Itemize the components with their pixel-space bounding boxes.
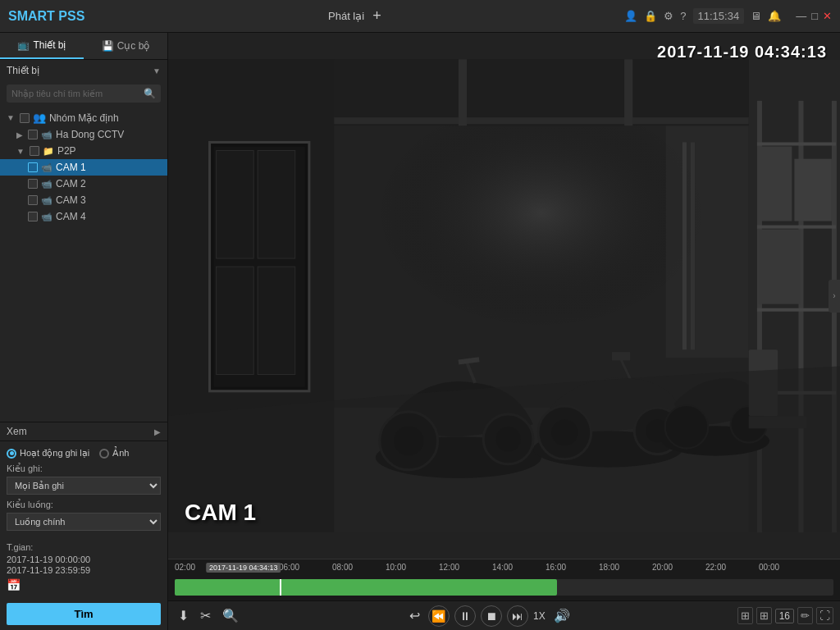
device-icon: 📺 xyxy=(17,39,30,51)
search-box: 🔍 xyxy=(7,84,161,103)
fullscreen-button[interactable]: ⛶ xyxy=(816,607,833,624)
close-button[interactable]: ✕ xyxy=(823,10,832,22)
tab-device[interactable]: 📺 Thiết bị xyxy=(0,33,84,59)
tree-item-cam4[interactable]: 📹 CAM 4 xyxy=(0,208,167,225)
search-icon: 🔍 xyxy=(144,88,156,99)
svg-rect-15 xyxy=(757,226,836,229)
checkbox-cam1[interactable] xyxy=(28,162,38,172)
tree-item-cam1[interactable]: 📹 CAM 1 xyxy=(0,159,167,176)
bell-icon[interactable]: 🔔 xyxy=(768,10,781,22)
grid-1x1-button[interactable]: ⊞ xyxy=(737,607,753,624)
tree-item-hadong[interactable]: ▶ 📹 Ha Dong CCTV xyxy=(0,126,167,143)
group-icon: 👥 xyxy=(33,112,46,124)
content-area: 2017-11-19 04:34:13 CAM 1 › 02:00 04:00 … xyxy=(168,33,840,630)
monitor-icon: 🖥 xyxy=(751,10,761,22)
filter-record-select[interactable]: Mọi Bản ghi xyxy=(7,477,161,495)
cam4-icon: 📹 xyxy=(41,212,52,222)
svg-rect-6 xyxy=(217,151,254,258)
chevron-right-icon: ▶ xyxy=(154,427,161,436)
radio-image[interactable]: Ảnh xyxy=(99,448,129,459)
sidebar-tabs: 📺 Thiết bị 💾 Cục bộ xyxy=(0,33,167,60)
search-button[interactable]: Tìm xyxy=(7,603,161,625)
filter-section: Hoạt động ghi lại Ảnh Kiểu ghi: Mọi Bản … xyxy=(0,441,167,542)
center-controls: ↩ ⏪ ⏸ ⏹ ⏭ 1X 🔊 xyxy=(406,605,573,627)
tl-label-10: 22:00 xyxy=(705,563,726,572)
playback-rate: 1X xyxy=(533,610,546,622)
filter-record-label: Kiểu ghi: xyxy=(7,463,161,474)
expand-icon: ▼ xyxy=(7,113,15,122)
lock-icon[interactable]: 🔒 xyxy=(644,10,657,22)
cam4-label: CAM 4 xyxy=(56,211,86,222)
tab-local-label: Cục bộ xyxy=(117,40,150,52)
xem-label: Xem xyxy=(7,426,27,437)
gear-icon[interactable]: ⚙ xyxy=(664,10,673,22)
device-section-header[interactable]: Thiết bị ▼ xyxy=(0,60,167,81)
timeline-container: 02:00 04:00 06:00 08:00 10:00 12:00 14:0… xyxy=(168,559,840,600)
radio-image-label: Ảnh xyxy=(112,448,129,459)
camera-feed: 2017-11-19 04:34:13 CAM 1 › xyxy=(168,33,840,559)
grid-controls: ⊞ ⊞ 16 ✏ ⛶ xyxy=(737,607,833,624)
next-frame-button[interactable]: ⏭ xyxy=(507,605,528,627)
svg-rect-8 xyxy=(217,267,254,374)
checkbox-p2p[interactable] xyxy=(30,146,39,156)
cam-timestamp: 2017-11-19 04:34:13 xyxy=(657,43,827,62)
svg-rect-7 xyxy=(258,151,295,258)
grid-number: 16 xyxy=(775,609,794,623)
p2p-icon: 📁 xyxy=(43,146,54,157)
help-icon[interactable]: ? xyxy=(680,10,686,22)
checkbox-cam4[interactable] xyxy=(28,212,38,221)
time-start: 2017-11-19 00:00:00 xyxy=(7,555,161,564)
user-icon[interactable]: 👤 xyxy=(624,10,637,22)
checkbox-hadong[interactable] xyxy=(28,130,38,139)
tab-playback[interactable]: Phát lại xyxy=(328,10,364,22)
search-record-button[interactable]: 🔍 xyxy=(219,606,242,625)
tl-label-7: 16:00 xyxy=(546,563,566,572)
pause-button[interactable]: ⏸ xyxy=(454,605,476,627)
tl-label-11: 00:00 xyxy=(759,563,779,572)
tree-item-cam3[interactable]: 📹 CAM 3 xyxy=(0,192,167,208)
maximize-button[interactable]: □ xyxy=(811,10,818,22)
tree-item-cam2[interactable]: 📹 CAM 2 xyxy=(0,176,167,192)
minimize-button[interactable]: — xyxy=(796,10,806,22)
tab-device-label: Thiết bị xyxy=(33,39,66,51)
tab-local[interactable]: 💾 Cục bộ xyxy=(84,33,167,59)
calendar-row: 📅 xyxy=(7,578,161,591)
checkbox-cam2[interactable] xyxy=(28,179,38,189)
tl-label-4: 10:00 xyxy=(386,563,406,572)
main-layout: 📺 Thiết bị 💾 Cục bộ Thiết bị ▼ 🔍 ▼ 👥 xyxy=(0,33,840,630)
cursor-line xyxy=(280,579,281,596)
device-tree: ▼ 👥 Nhóm Mặc định ▶ 📹 Ha Dong CCTV ▼ 📁 P… xyxy=(0,106,167,422)
filter-stream-select[interactable]: Luồng chính xyxy=(7,513,161,531)
xem-section[interactable]: Xem ▶ xyxy=(0,422,167,441)
svg-rect-16 xyxy=(757,308,836,312)
svg-rect-48 xyxy=(691,142,695,349)
expand-icon: ▶ xyxy=(16,130,23,139)
svg-rect-22 xyxy=(334,117,749,124)
volume-button[interactable]: 🔊 xyxy=(550,606,573,625)
rewind-button[interactable]: ⏪ xyxy=(428,605,450,627)
edit-button[interactable]: ✏ xyxy=(797,607,813,624)
radio-recording[interactable]: Hoạt động ghi lại xyxy=(7,448,89,459)
skip-prev-button[interactable]: ↩ xyxy=(406,606,423,625)
tl-label-5: 12:00 xyxy=(439,563,459,572)
add-tab-button[interactable]: + xyxy=(372,7,381,25)
cam1-icon: 📹 xyxy=(41,162,52,173)
p2p-label: P2P xyxy=(57,145,76,157)
clip-button[interactable]: ✂ xyxy=(197,606,214,625)
search-input[interactable] xyxy=(11,89,144,98)
checkbox-cam3[interactable] xyxy=(28,195,38,205)
cam-label: CAM 1 xyxy=(185,500,256,526)
checkbox-group[interactable] xyxy=(20,113,30,123)
camera-svg xyxy=(168,33,840,559)
radio-group: Hoạt động ghi lại Ảnh xyxy=(7,448,161,459)
stop-button[interactable]: ⏹ xyxy=(481,605,502,627)
svg-rect-18 xyxy=(759,147,792,221)
right-handle[interactable]: › xyxy=(829,280,840,313)
tree-item-group-default[interactable]: ▼ 👥 Nhóm Mặc định xyxy=(0,109,167,126)
grid-multi-button[interactable]: ⊞ xyxy=(756,607,772,624)
timeline-scrubber[interactable]: 2017-11-19 04:34:13 xyxy=(175,579,833,596)
calendar-icon[interactable]: 📅 xyxy=(7,578,21,591)
window-controls: — □ ✕ xyxy=(796,10,832,22)
tree-item-p2p[interactable]: ▼ 📁 P2P xyxy=(0,143,167,159)
download-button[interactable]: ⬇ xyxy=(175,606,192,625)
